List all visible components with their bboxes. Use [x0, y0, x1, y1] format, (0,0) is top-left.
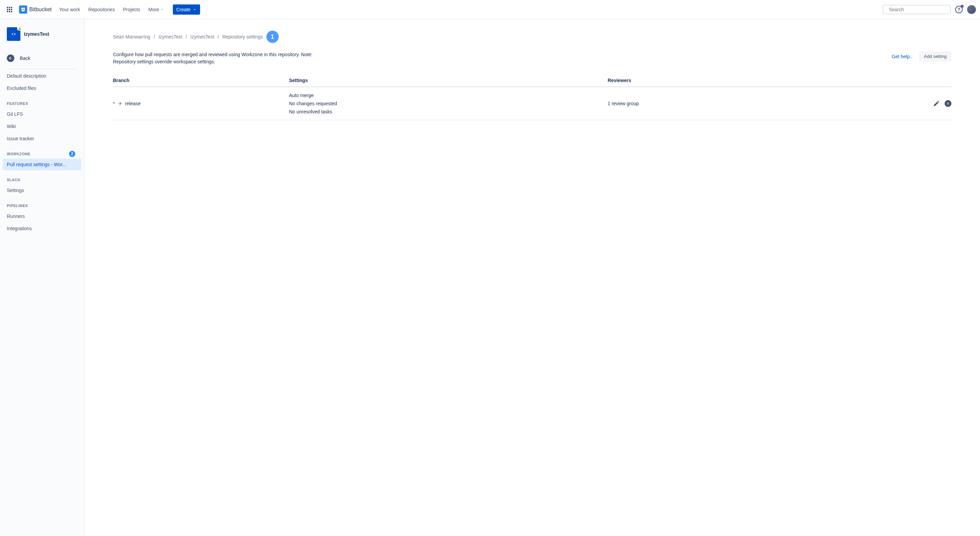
nav-your-work[interactable]: Your work: [56, 4, 84, 15]
svg-rect-5: [11, 9, 12, 10]
section-pipelines-label: PIPELINES: [7, 204, 28, 208]
bitbucket-icon: [19, 5, 27, 14]
create-button[interactable]: Create: [173, 5, 200, 14]
breadcrumb-owner[interactable]: Sean Manwarring: [113, 34, 150, 40]
svg-text:?: ?: [958, 7, 961, 12]
repo-header[interactable]: 🔒 IzymesTest: [3, 27, 81, 48]
svg-rect-4: [9, 9, 10, 10]
nav-more-label: More: [148, 7, 159, 12]
sidebar-item-git-lfs[interactable]: Git LFS: [3, 108, 81, 120]
nav-projects[interactable]: Projects: [119, 4, 143, 15]
search-box[interactable]: [883, 5, 951, 14]
breadcrumb-project[interactable]: IzymesTest: [159, 34, 182, 40]
top-nav-left: Bitbucket Your work Repositories Project…: [4, 4, 200, 15]
sidebar-item-runners[interactable]: Runners: [3, 211, 81, 222]
delete-circle: [945, 100, 951, 107]
nav-repositories[interactable]: Repositories: [85, 4, 118, 15]
notification-indicator: [961, 5, 964, 8]
section-pipelines: PIPELINES: [3, 197, 81, 210]
cell-reviewers: 1 review group: [608, 101, 843, 106]
repo-name: IzymesTest: [24, 31, 49, 37]
col-header-reviewers: Reviewers: [608, 78, 843, 83]
delete-button[interactable]: [945, 100, 951, 107]
section-slack-label: SLACK: [7, 178, 21, 182]
sidebar-item-wiki[interactable]: Wiki: [3, 121, 81, 132]
sidebar-item-integrations[interactable]: Integrations: [3, 223, 81, 234]
product-name: Bitbucket: [29, 6, 52, 13]
arrow-left-icon: [8, 56, 13, 61]
page-description: Configure how pull requests are merged a…: [113, 51, 317, 65]
breadcrumb-page[interactable]: Repository settings: [222, 34, 263, 40]
back-circle: [7, 54, 14, 62]
setting-item: No changes requested: [289, 101, 608, 106]
sidebar-item-pull-request-settings[interactable]: Pull request settings - Wor...: [3, 159, 81, 170]
sidebar: 🔒 IzymesTest Back Default description Ex…: [0, 19, 84, 536]
chevron-down-icon: [192, 8, 197, 11]
pencil-icon: [933, 100, 940, 107]
description-row: Configure how pull requests are merged a…: [113, 51, 951, 65]
top-nav-right: ?: [883, 4, 976, 15]
description-actions: Get help.. Add setting: [892, 51, 951, 62]
annotation-badge-1: 1: [266, 31, 279, 43]
svg-rect-0: [7, 7, 8, 8]
create-button-label: Create: [176, 7, 191, 12]
sidebar-item-slack-settings[interactable]: Settings: [3, 185, 81, 196]
cell-branch: * release: [113, 101, 289, 106]
app-switcher-button[interactable]: [4, 4, 15, 15]
section-features: FEATURES: [3, 95, 81, 108]
setting-item: No unresolved tasks: [289, 109, 608, 115]
svg-rect-6: [7, 11, 8, 12]
main-content: Sean Manwarring / IzymesTest / IzymesTes…: [84, 19, 980, 536]
sidebar-item-default-description[interactable]: Default description: [3, 70, 81, 82]
branch-source: *: [113, 101, 115, 106]
breadcrumb-repo[interactable]: IzymesTest: [191, 34, 215, 40]
get-help-link[interactable]: Get help..: [892, 54, 913, 59]
svg-rect-1: [9, 7, 10, 8]
top-nav: Bitbucket Your work Repositories Project…: [0, 0, 980, 19]
help-button[interactable]: ?: [953, 4, 964, 15]
back-label: Back: [20, 56, 30, 61]
grid-icon: [5, 5, 14, 14]
search-input[interactable]: [889, 7, 948, 12]
svg-rect-3: [7, 9, 8, 10]
add-setting-button[interactable]: Add setting: [919, 51, 951, 62]
back-button[interactable]: Back: [3, 51, 81, 65]
workzone-badge: 2: [69, 151, 75, 157]
section-slack: SLACK: [3, 171, 81, 184]
svg-rect-7: [9, 11, 10, 12]
cell-actions: [843, 100, 951, 107]
user-avatar[interactable]: [967, 5, 976, 14]
chevron-down-icon: [161, 8, 164, 11]
table-row: * release Auto merge No changes requeste…: [113, 87, 951, 120]
cell-settings: Auto merge No changes requested No unres…: [289, 93, 608, 115]
close-icon: [946, 102, 950, 105]
repo-icon: 🔒: [7, 27, 21, 41]
arrow-right-icon: [118, 101, 122, 106]
code-icon: [10, 31, 17, 37]
section-workzone-label: WORKZONE: [7, 152, 30, 156]
section-features-label: FEATURES: [7, 102, 28, 105]
breadcrumb-sep: /: [186, 34, 187, 40]
divider: [7, 69, 77, 69]
lock-icon: 🔒: [17, 26, 22, 31]
breadcrumb: Sean Manwarring / IzymesTest / IzymesTes…: [113, 31, 951, 43]
col-header-actions: [843, 78, 951, 83]
svg-rect-2: [11, 7, 12, 8]
breadcrumb-sep: /: [154, 34, 155, 40]
sidebar-item-issue-tracker[interactable]: Issue tracker: [3, 133, 81, 144]
bucket-icon: [21, 7, 25, 12]
breadcrumb-sep: /: [218, 34, 219, 40]
branch-spec: * release: [113, 101, 289, 106]
edit-button[interactable]: [933, 100, 940, 107]
nav-more[interactable]: More: [145, 4, 167, 15]
sidebar-item-excluded-files[interactable]: Excluded files: [3, 82, 81, 94]
svg-rect-8: [11, 11, 12, 12]
product-logo[interactable]: Bitbucket: [16, 5, 54, 14]
section-workzone: WORKZONE 2: [3, 145, 81, 158]
branch-target: release: [125, 101, 140, 106]
col-header-settings: Settings: [289, 78, 608, 83]
col-header-branch: Branch: [113, 78, 289, 83]
settings-list: Auto merge No changes requested No unres…: [289, 93, 608, 115]
setting-item: Auto merge: [289, 93, 608, 98]
settings-table: Branch Settings Reviewers * release Auto…: [113, 75, 951, 120]
